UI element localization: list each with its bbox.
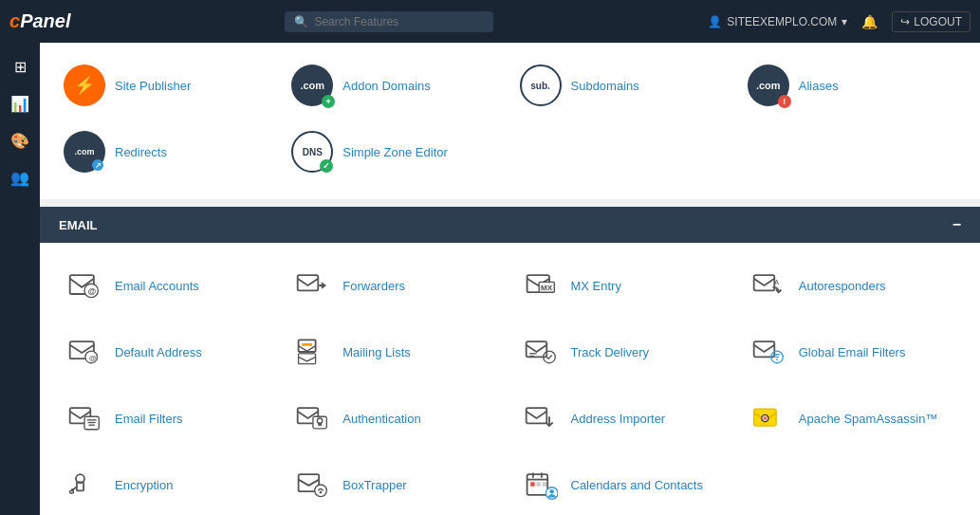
subdomains-icon: sub. bbox=[520, 64, 562, 106]
main-content: ⚡ Site Publisher .com + Addon Domains su… bbox=[40, 43, 980, 515]
encryption-icon bbox=[64, 464, 105, 506]
email-section-content: @ Email Accounts bbox=[40, 243, 980, 515]
addon-badge: + bbox=[322, 95, 335, 108]
user-info[interactable]: 👤 SITEEXEMPLO.COM ▾ bbox=[708, 15, 847, 28]
logout-icon: ↪ bbox=[900, 15, 910, 28]
list-item[interactable]: Calendars and Contacts bbox=[515, 456, 733, 513]
apache-spamassassin-icon bbox=[748, 397, 789, 439]
list-item[interactable]: .com ↗ Redirects bbox=[59, 123, 277, 180]
svg-point-42 bbox=[315, 485, 327, 497]
redirects-badge: ↗ bbox=[92, 159, 103, 171]
sidebar-item-home[interactable]: ⊞ bbox=[4, 52, 36, 82]
forwarders-label: Forwarders bbox=[342, 279, 405, 293]
svg-rect-48 bbox=[530, 482, 535, 487]
mx-entry-label: MX Entry bbox=[571, 279, 621, 293]
list-item[interactable]: .com ! Aliases bbox=[743, 57, 961, 114]
addon-domains-label: Addon Domains bbox=[342, 79, 431, 93]
svg-rect-3 bbox=[298, 275, 319, 290]
track-delivery-icon bbox=[520, 331, 562, 373]
redirects-label: Redirects bbox=[115, 145, 167, 159]
email-accounts-icon: @ bbox=[64, 265, 105, 306]
email-grid: @ Email Accounts bbox=[59, 257, 961, 513]
global-email-filters-label: Global Email Filters bbox=[799, 345, 906, 359]
sidebar-item-users[interactable]: 👥 bbox=[4, 163, 36, 193]
svg-rect-50 bbox=[542, 482, 546, 487]
svg-text:MX: MX bbox=[541, 284, 553, 292]
addon-domains-icon: .com + bbox=[291, 64, 333, 106]
autoresponders-icon: A bbox=[748, 265, 789, 306]
site-publisher-label: Site Publisher bbox=[115, 79, 191, 93]
simple-zone-label: Simple Zone Editor bbox=[342, 145, 448, 159]
aliases-label: Aliases bbox=[799, 79, 839, 93]
svg-text:@: @ bbox=[88, 286, 97, 296]
list-item[interactable]: sub. Subdomains bbox=[515, 57, 733, 114]
domains-grid: ⚡ Site Publisher .com + Addon Domains su… bbox=[59, 57, 961, 180]
email-section-header: EMAIL − bbox=[40, 207, 980, 243]
address-importer-icon bbox=[520, 397, 562, 439]
top-navigation: cPanel 🔍 👤 SITEEXEMPLO.COM ▾ 🔔 ↪ LOGOUT bbox=[0, 0, 980, 43]
redirects-icon: .com ↗ bbox=[64, 131, 105, 173]
authentication-icon bbox=[291, 397, 333, 439]
svg-rect-7 bbox=[753, 275, 774, 290]
list-item[interactable]: Apache SpamAssassin™ bbox=[743, 390, 961, 447]
list-item[interactable]: @ Default Address bbox=[59, 323, 277, 380]
apache-spamassassin-label: Apache SpamAssassin™ bbox=[799, 412, 938, 426]
list-item[interactable]: Email Filters bbox=[59, 390, 277, 447]
svg-point-40 bbox=[71, 488, 74, 491]
mailing-lists-label: Mailing Lists bbox=[342, 345, 411, 359]
simple-zone-icon: DNS ✓ bbox=[291, 131, 333, 173]
svg-text:@: @ bbox=[89, 354, 97, 362]
list-item[interactable]: DNS ✓ Simple Zone Editor bbox=[287, 123, 505, 180]
email-section: EMAIL − @ E bbox=[40, 207, 980, 515]
dns-badge: ✓ bbox=[320, 159, 333, 173]
list-item[interactable]: .com + Addon Domains bbox=[287, 57, 505, 114]
list-item[interactable]: @ Email Accounts bbox=[59, 257, 277, 314]
search-box[interactable]: 🔍 bbox=[285, 11, 493, 32]
svg-rect-12 bbox=[299, 340, 316, 352]
svg-rect-39 bbox=[70, 490, 74, 493]
sidebar-item-theme[interactable]: 🎨 bbox=[4, 126, 36, 156]
global-email-filters-icon bbox=[748, 331, 789, 373]
aliases-icon: .com ! bbox=[748, 64, 789, 106]
list-item[interactable]: A Autoresponders bbox=[743, 257, 961, 314]
svg-rect-33 bbox=[526, 408, 546, 423]
list-item[interactable]: Forwarders bbox=[287, 257, 505, 314]
list-item[interactable]: ⚡ Site Publisher bbox=[59, 57, 277, 114]
search-input[interactable] bbox=[314, 15, 484, 28]
default-address-label: Default Address bbox=[115, 345, 202, 359]
list-item[interactable]: Encryption bbox=[59, 456, 277, 513]
sidebar-item-stats[interactable]: 📊 bbox=[4, 89, 36, 119]
email-section-title: EMAIL bbox=[59, 218, 97, 232]
domains-section: ⚡ Site Publisher .com + Addon Domains su… bbox=[40, 43, 980, 199]
list-item[interactable]: Track Delivery bbox=[515, 323, 733, 380]
list-item[interactable]: Authentication bbox=[287, 390, 505, 447]
logout-button[interactable]: ↪ LOGOUT bbox=[892, 11, 971, 32]
list-item[interactable]: Mailing Lists bbox=[287, 323, 505, 380]
dropdown-arrow-icon: ▾ bbox=[841, 15, 847, 28]
svg-rect-49 bbox=[536, 482, 541, 487]
user-icon: 👤 bbox=[708, 15, 722, 28]
logout-label: LOGOUT bbox=[914, 15, 962, 28]
forwarders-icon bbox=[291, 265, 333, 306]
email-collapse-button[interactable]: − bbox=[952, 216, 961, 233]
list-item[interactable]: Address Importer bbox=[515, 390, 733, 447]
authentication-label: Authentication bbox=[342, 412, 420, 426]
list-item[interactable]: MX MX Entry bbox=[515, 257, 733, 314]
mx-entry-icon: MX bbox=[520, 265, 562, 306]
mailing-lists-icon bbox=[291, 331, 333, 373]
email-accounts-label: Email Accounts bbox=[115, 279, 199, 293]
svg-text:A: A bbox=[774, 278, 779, 286]
cpanel-logo: cPanel bbox=[9, 10, 70, 32]
svg-rect-32 bbox=[319, 423, 323, 427]
notifications-icon[interactable]: 🔔 bbox=[861, 14, 878, 29]
subdomains-label: Subdomains bbox=[571, 79, 639, 93]
calendars-contacts-label: Calendars and Contacts bbox=[571, 478, 703, 492]
email-filters-label: Email Filters bbox=[115, 412, 183, 426]
list-item[interactable]: Global Email Filters bbox=[743, 323, 961, 380]
address-importer-label: Address Importer bbox=[571, 412, 666, 426]
sidebar: ⊞ 📊 🎨 👥 bbox=[0, 43, 40, 515]
list-item[interactable]: BoxTrapper bbox=[287, 456, 505, 513]
autoresponders-label: Autoresponders bbox=[799, 279, 886, 293]
svg-rect-13 bbox=[302, 343, 312, 346]
default-address-icon: @ bbox=[64, 331, 105, 373]
